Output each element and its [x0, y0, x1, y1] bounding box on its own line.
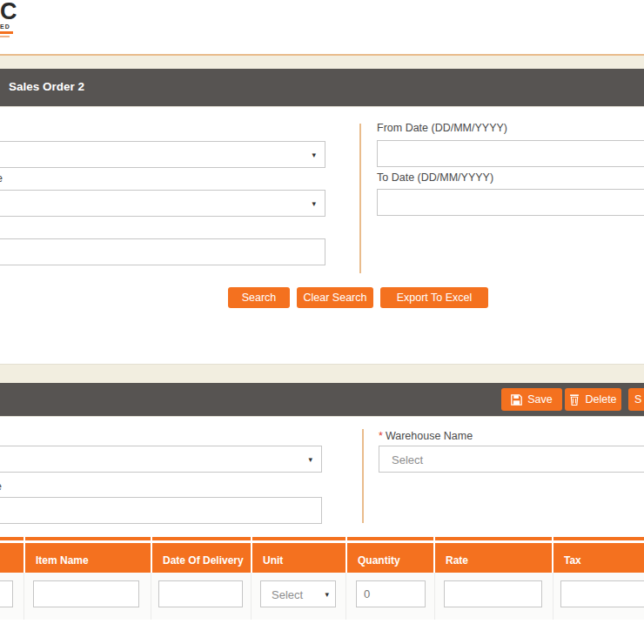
column-header-rate: Rate: [435, 537, 552, 573]
cell-separator: [151, 573, 151, 620]
unit-select[interactable]: Select ▾: [260, 580, 336, 607]
cutoff-button-label-fragment: S: [634, 393, 641, 406]
required-marker: *: [379, 430, 383, 442]
search-button[interactable]: Search: [228, 287, 290, 308]
cropped-field-label-fragment: e: [0, 172, 3, 185]
save-icon: [511, 394, 522, 406]
save-button[interactable]: Save: [501, 388, 562, 411]
chevron-down-icon: ▾: [308, 455, 312, 464]
tax-input[interactable]: [560, 580, 644, 607]
column-header-tax: Tax: [553, 537, 644, 573]
entry-column-divider: [362, 429, 364, 523]
column-header-date-of-delivery: Date Of Delivery: [152, 537, 251, 573]
cell-separator: [553, 573, 553, 620]
item-name-input[interactable]: [33, 580, 139, 607]
export-to-excel-button[interactable]: Export To Excel: [380, 287, 488, 308]
save-button-label: Save: [527, 393, 553, 406]
column-header-item-name: Item Name: [25, 537, 151, 573]
search-text-input[interactable]: [0, 238, 325, 265]
quantity-input[interactable]: [356, 580, 426, 607]
chevron-down-icon: ▾: [312, 151, 316, 159]
entry-text-input[interactable]: [0, 497, 322, 524]
row-serial-input[interactable]: [0, 580, 13, 607]
cell-separator: [434, 573, 435, 620]
warehouse-name-label: *Warehouse Name: [379, 430, 473, 442]
search-section-header: Sales Order 2: [0, 69, 644, 107]
page-title: Sales Order 2: [0, 69, 644, 105]
delete-button-label: Delete: [585, 393, 616, 406]
delete-icon: [569, 394, 580, 406]
from-date-label: From Date (DD/MM/YYYY): [377, 122, 507, 134]
cropped-field-label-fragment-2: e: [0, 480, 3, 493]
logo-letter-fragment: C: [0, 0, 23, 23]
from-date-input[interactable]: [377, 140, 644, 167]
entry-select-1[interactable]: ▾: [0, 446, 322, 473]
cell-separator: [251, 573, 252, 620]
rate-input[interactable]: [444, 580, 542, 607]
column-header-unit: Unit: [252, 537, 345, 573]
date-of-delivery-input[interactable]: [158, 580, 243, 607]
logo-orange-bar: [0, 31, 13, 34]
section-cream-band: [0, 364, 644, 384]
company-logo: C ED: [0, 0, 23, 40]
page: C ED Sales Order 2 ▾ e ▾ From Date (DD/M…: [0, 0, 644, 644]
warehouse-select[interactable]: Select: [379, 446, 644, 473]
cell-separator: [345, 573, 346, 620]
to-date-label: To Date (DD/MM/YYYY): [377, 171, 493, 184]
chevron-down-icon: ▾: [325, 590, 329, 599]
chevron-down-icon: ▾: [312, 199, 316, 208]
cutoff-toolbar-button[interactable]: S: [628, 388, 644, 411]
to-date-input[interactable]: [377, 189, 644, 216]
column-header-cropped: [0, 537, 23, 573]
column-header-quantity: Quantity: [347, 537, 433, 573]
form-column-divider: [359, 124, 361, 273]
warehouse-select-value: Select: [392, 453, 423, 466]
top-cream-band: [0, 56, 644, 69]
warehouse-name-label-text: Warehouse Name: [386, 430, 473, 442]
delete-button[interactable]: Delete: [565, 388, 621, 411]
logo-subtext-fragment: ED: [0, 23, 23, 30]
search-filter-select-2[interactable]: ▾: [0, 190, 325, 217]
unit-select-value: Select: [272, 587, 303, 600]
cell-separator: [23, 573, 24, 620]
clear-search-button[interactable]: Clear Search: [297, 287, 373, 308]
search-filter-select-1[interactable]: ▾: [0, 141, 325, 168]
logo-orange-bar-2: [0, 36, 10, 37]
